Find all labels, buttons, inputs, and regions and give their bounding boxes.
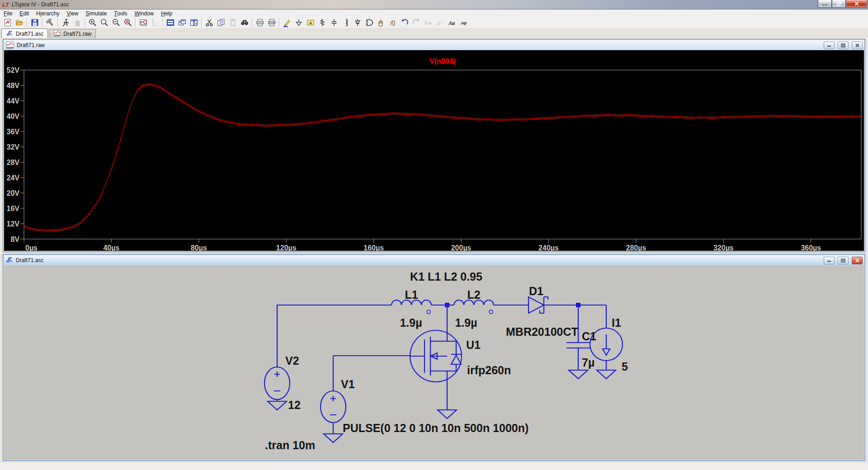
tab-draft71.asc[interactable]: Draft71.asc [1,28,48,38]
waveform-window[interactable]: Draft71.raw 52V48V44V40V36V32V28V24V20V1… [3,39,865,252]
toolbar-save-button[interactable] [29,17,41,28]
toolbar-new-schematic-button[interactable] [2,17,14,28]
plot-box [24,70,861,239]
trace-v-n004 [24,84,861,232]
toolbar-run-button[interactable] [60,17,71,28]
toolbar-tile-vertical-button[interactable] [188,17,200,28]
toolbar-print-preview-button[interactable] [254,17,266,28]
trace-label[interactable]: V(n004) [429,57,456,65]
label-D1: D1 [529,285,543,297]
ground-v1 [324,434,343,442]
minimize-button[interactable] [818,0,832,8]
toolbar-separator [42,18,43,27]
toolbar: AEmEAa.op [0,17,868,28]
wave-minimize-button[interactable] [824,42,835,49]
toolbar-print-button[interactable] [266,17,278,28]
menu-simulate[interactable]: Simulate [82,9,110,17]
toolbar-zoom-full-button[interactable] [122,17,134,28]
toolbar-tile-horizontal-button[interactable] [165,17,176,28]
toolbar-separator [57,18,58,27]
value-V1: PULSE(0 12 0 10n 10n 500n 1000n) [343,422,528,434]
toolbar-separator [279,18,280,27]
paste-icon [228,18,237,27]
svg-text:A: A [309,21,312,25]
toolbar-drag-button[interactable] [387,17,399,28]
toolbar-copy-button[interactable] [215,17,227,28]
toolbar-cascade-button[interactable] [176,17,188,28]
menu-hierarchy[interactable]: Hierarchy [33,9,63,17]
toolbar-open-button[interactable] [14,17,25,28]
toolbar-zoom-in-button[interactable] [87,17,99,28]
close-button[interactable] [846,0,867,8]
wave-close-button[interactable] [852,42,863,49]
close-icon [855,43,859,47]
toolbar-control-panel-button[interactable] [44,17,56,28]
toolbar-move-button[interactable] [375,17,387,28]
restore-button[interactable] [832,0,846,8]
toolbar-separator [201,18,202,27]
menu-tools[interactable]: Tools [110,9,131,17]
toolbar-cut-button[interactable] [203,17,215,28]
schematic-window[interactable]: Draft71.asc [3,254,865,461]
waveform-plot-area[interactable]: 52V48V44V40V36V32V28V24V20V16V12V8V0µs40… [4,50,864,251]
text-icon: Aa [447,18,456,27]
print-preview-icon [255,18,264,27]
toolbar-undo-button[interactable] [399,17,410,28]
toolbar-inductor-button[interactable] [340,17,352,28]
title-bar[interactable]: LT LTspice IV - Draft71.asc [0,0,868,9]
value-V2: 12 [288,399,301,411]
toolbar-spice-directive-button[interactable]: .op [458,17,469,28]
wave-maximize-button[interactable] [838,42,849,49]
toolbar-rotate-button: E [434,17,446,28]
toolbar-net-label-button[interactable]: A [305,17,316,28]
y-tick-label: 24V [7,174,20,182]
phase-dot-L2 [489,310,493,314]
restore-icon [836,1,842,6]
menu-file[interactable]: File [0,9,16,17]
x-tick-label: 280µs [626,244,646,251]
toolbar-separator [85,18,85,27]
schem-close-button[interactable] [852,257,863,264]
tab-draft71.raw[interactable]: Draft71.raw [49,29,96,38]
value-L2: 1.9µ [455,316,477,329]
redo-icon [412,18,421,27]
schem-minimize-button[interactable] [824,257,835,264]
maximize-icon [841,43,845,47]
drag-icon [388,18,397,27]
schematic-canvas[interactable]: K1 L1 L2 0.95 L1 1.9µ L2 1.9µ D1 MBR2010… [4,265,864,460]
toolbar-capacitor-button[interactable] [328,17,340,28]
menu-window[interactable]: Window [131,9,158,17]
y-tick-label: 20V [7,189,20,197]
label-V2: V2 [285,354,299,367]
toolbar-separator [27,18,28,27]
y-tick-label: 12V [7,220,20,228]
toolbar-ground-button[interactable] [293,17,305,28]
diode-icon [353,18,362,27]
menu-view[interactable]: View [63,9,82,17]
wire-icon [283,18,292,27]
ltspice-app: LT LTspice IV - Draft71.asc FileEditHier… [0,0,868,470]
toolbar-component-button[interactable] [363,17,375,28]
toolbar-text-button[interactable]: Aa [446,17,458,28]
toolbar-plot-settings-button[interactable] [137,17,149,28]
x-tick-label: 360µs [801,244,821,251]
toolbar-zoom-out-button[interactable] [110,17,122,28]
toolbar-zoom-rect-button[interactable] [99,17,110,28]
y-tick-label: 36V [7,128,20,136]
x-tick-label: 120µs [276,244,297,251]
toolbar-wire-button[interactable] [281,17,293,28]
new-schematic-icon [3,18,12,27]
waveform-window-titlebar[interactable]: Draft71.raw [4,40,864,50]
menu-help[interactable]: Help [157,9,176,17]
cascade-icon [178,18,187,27]
spice-directive-icon: .op [459,18,468,27]
schem-maximize-button[interactable] [838,257,849,264]
toolbar-resistor-button[interactable] [316,17,328,28]
toolbar-diode-button[interactable] [352,17,363,28]
schematic-window-titlebar[interactable]: Draft71.asc [4,255,864,265]
current-arrow [603,334,610,355]
toolbar-find-button[interactable] [239,17,250,28]
waveform-icon [53,30,61,38]
x-tick-label: 320µs [713,244,734,251]
menu-edit[interactable]: Edit [16,9,33,17]
